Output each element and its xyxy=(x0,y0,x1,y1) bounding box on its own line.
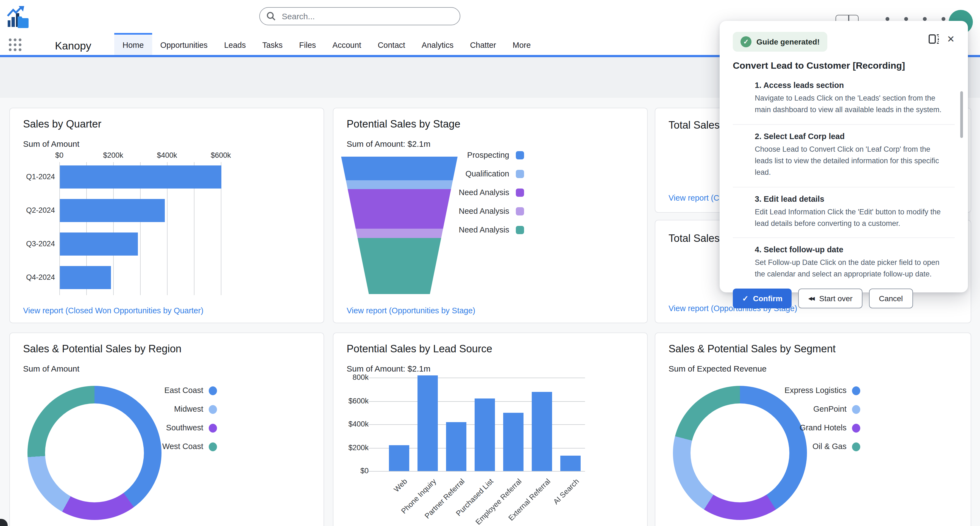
guide-step: 2. Select Leaf Corp lead Choose Lead to … xyxy=(733,124,955,187)
funnel-segment xyxy=(341,238,458,294)
toolbar-icon[interactable] xyxy=(886,17,889,21)
tab-home[interactable]: Home xyxy=(114,33,152,55)
tab-chatter[interactable]: Chatter xyxy=(462,33,504,55)
app-window: Kanopy HomeOpportunitiesLeadsTasksFilesA… xyxy=(0,0,980,526)
app-launcher-icon[interactable] xyxy=(9,38,22,52)
step-body: Set Follow-up Date Click on the date pic… xyxy=(755,258,948,281)
bar xyxy=(60,266,111,289)
gridline xyxy=(368,471,585,472)
brand-name: Kanopy xyxy=(55,40,91,52)
legend-swatch xyxy=(209,424,217,433)
bar xyxy=(532,392,552,471)
category-label: Q4-2024 xyxy=(18,273,55,281)
confirm-button[interactable]: ✓ Confirm xyxy=(733,289,792,309)
step-body: Edit Lead Information Click the 'Edit' b… xyxy=(755,206,948,230)
legend-label: Prospecting xyxy=(347,151,509,159)
axis-tick-label: $400k xyxy=(333,420,369,428)
chart-subtitle: Sum of Amount xyxy=(23,364,80,373)
tab-more[interactable]: More xyxy=(504,33,539,55)
chart-title: Sales & Potential Sales by Segment xyxy=(668,343,835,355)
chart-title: Potential Sales by Stage xyxy=(347,118,460,130)
step-title: 1. Access leads section xyxy=(755,81,951,89)
chart-title: Total Sales xyxy=(668,233,720,245)
legend-label: Southwest xyxy=(23,423,203,432)
card-sales-by-quarter: Sales by Quarter Sum of Amount $0$200k$4… xyxy=(10,108,324,323)
guide-step: 1. Access leads section Navigate to Lead… xyxy=(733,74,955,124)
category-label: AI Search xyxy=(552,477,581,506)
category-label: Q1-2024 xyxy=(18,172,55,181)
dock-panel-icon[interactable] xyxy=(928,34,939,44)
step-title: 2. Select Leaf Corp lead xyxy=(755,132,951,141)
legend-swatch xyxy=(516,151,524,159)
axis-tick-label: $0 xyxy=(333,467,369,475)
close-icon[interactable]: ✕ xyxy=(947,34,955,44)
tab-opportunities[interactable]: Opportunities xyxy=(152,33,216,55)
guide-step: 3. Edit lead details Edit Lead Informati… xyxy=(733,186,955,238)
legend-swatch xyxy=(516,226,524,234)
bar xyxy=(60,166,221,188)
legend-swatch xyxy=(516,207,524,215)
tab-account[interactable]: Account xyxy=(324,33,369,55)
window-corner-overlay xyxy=(0,519,8,526)
card-sales-by-region: Sales & Potential Sales by Region Sum of… xyxy=(10,333,324,526)
chart-subtitle: Sum of Amount xyxy=(23,139,80,148)
legend-label: Express Logistics xyxy=(668,386,846,395)
legend-swatch xyxy=(516,188,524,197)
start-over-button[interactable]: ◀◀ Start over xyxy=(799,289,862,309)
panel-scrollbar[interactable] xyxy=(960,91,963,138)
legend-swatch xyxy=(852,386,860,395)
legend-label: Need Analysis xyxy=(347,225,509,234)
step-body: Choose Lead to Convert Click on 'Leaf Co… xyxy=(755,144,948,179)
bar xyxy=(560,456,581,471)
legend-label: Need Analysis xyxy=(347,207,509,215)
nav-tabs: HomeOpportunitiesLeadsTasksFilesAccountC… xyxy=(114,33,539,55)
category-label: Q2-2024 xyxy=(18,206,55,214)
legend-label: GenPoint xyxy=(668,405,846,413)
bar xyxy=(60,233,138,256)
view-report-link[interactable]: View report (Closed Won Opportunities by… xyxy=(23,306,204,315)
toolbar-icon[interactable] xyxy=(942,17,945,21)
check-circle-icon: ✓ xyxy=(740,36,751,47)
legend-label: East Coast xyxy=(23,386,203,395)
bar xyxy=(475,399,495,471)
chart-title: Potential Sales by Lead Source xyxy=(347,343,492,355)
axis-tick-label: $600k xyxy=(333,397,369,405)
step-body: Navigate to Leads Click on the 'Leads' s… xyxy=(755,93,948,116)
legend-label: Grand Hotels xyxy=(668,423,846,432)
tab-analytics[interactable]: Analytics xyxy=(414,33,462,55)
tab-leads[interactable]: Leads xyxy=(216,33,254,55)
legend-label: Need Analysis xyxy=(347,188,509,197)
guide-panel: ✓ Guide generated! ✕ Convert Lead to Cus… xyxy=(720,21,968,292)
toolbar-icon[interactable] xyxy=(904,17,908,21)
tab-contact[interactable]: Contact xyxy=(369,33,414,55)
guide-steps: 1. Access leads section Navigate to Lead… xyxy=(733,74,955,289)
chart-title: Sales by Quarter xyxy=(23,118,101,130)
guide-title: Convert Lead to Customer [Recording] xyxy=(733,61,955,72)
view-report-link[interactable]: View report (Clo xyxy=(668,193,725,202)
view-report-link[interactable]: View report (Opportunities by Stage) xyxy=(347,306,476,315)
legend-label: Oil & Gas xyxy=(668,442,846,451)
tab-tasks[interactable]: Tasks xyxy=(254,33,291,55)
rewind-icon: ◀◀ xyxy=(808,296,814,301)
chart-subtitle: Sum of Expected Revenue xyxy=(668,364,767,373)
legend-label: Midwest xyxy=(23,405,203,413)
legend-swatch xyxy=(852,405,860,414)
toolbar-icon[interactable] xyxy=(923,17,927,21)
legend-swatch xyxy=(852,442,860,451)
gridline xyxy=(368,378,585,378)
tab-files[interactable]: Files xyxy=(291,33,324,55)
cancel-button[interactable]: Cancel xyxy=(869,289,913,309)
search-input[interactable] xyxy=(281,11,448,21)
legend-label: Qualification xyxy=(347,169,509,178)
legend-swatch xyxy=(209,405,217,414)
guide-generated-toast: ✓ Guide generated! xyxy=(733,32,827,52)
global-search[interactable] xyxy=(259,7,460,25)
bar xyxy=(446,422,466,471)
legend-swatch xyxy=(852,424,860,433)
legend-swatch xyxy=(209,442,217,451)
axis-tick-label: $200k xyxy=(103,151,123,159)
axis-tick-label: $200k xyxy=(333,443,369,451)
category-label: Web xyxy=(393,477,409,494)
search-icon xyxy=(266,11,276,21)
axis-tick-label: $0 xyxy=(55,151,64,159)
